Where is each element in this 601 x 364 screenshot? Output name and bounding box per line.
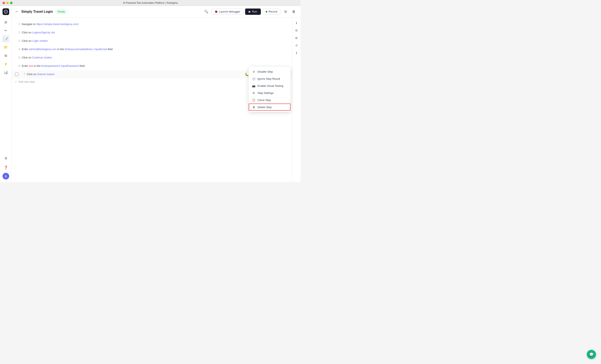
launch-debugger-button[interactable]: 🐞 Launch debugger xyxy=(211,9,243,15)
test-icon: 📝 xyxy=(4,37,8,41)
menu-item-delete[interactable]: 🗑 Delete Step xyxy=(249,104,290,111)
clone-step-icon: 📋 xyxy=(252,98,255,102)
step-content: Click on LoginorSignUp::div xyxy=(22,30,289,35)
step-number: 7 xyxy=(20,73,25,76)
search-icon: 🔍 xyxy=(204,10,208,14)
step-content: Click on Continue::button xyxy=(22,56,289,60)
close-button[interactable] xyxy=(2,2,5,4)
table-row: 4 Enter admin@testsigma.com in the Enter… xyxy=(12,45,292,53)
delete-step-label: Delete Step xyxy=(258,106,272,109)
menu-item-visual[interactable]: 📷 Enable Visual Testing xyxy=(249,82,290,89)
history-icon-btn[interactable]: ↺ xyxy=(294,43,300,49)
sidebar-logo[interactable] xyxy=(2,8,9,15)
header: ← Simply Travel Login Ready 🔍 🐞 Launch d… xyxy=(12,6,300,18)
bug-icon: 🐛 xyxy=(245,72,249,76)
sidebar-item-dashboard[interactable]: ⊞ xyxy=(2,18,10,26)
logo-icon xyxy=(4,10,8,14)
avatar[interactable]: S xyxy=(2,173,9,179)
disable-step-icon: ⊘ xyxy=(252,70,255,73)
sidebar-item-edit[interactable]: ✏ xyxy=(2,27,10,34)
info-icon-btn[interactable]: ℹ xyxy=(294,20,300,26)
search-button[interactable]: 🔍 xyxy=(203,8,210,15)
menu-item-ignore[interactable]: ⬜ Ignore Step Result xyxy=(249,75,290,82)
visual-testing-icon: 📷 xyxy=(252,84,255,88)
step-number: 2 xyxy=(15,31,20,34)
window-title: AI Powered Test Automation Platform | Te… xyxy=(123,1,178,4)
sidebar-item-folder[interactable]: 📁 xyxy=(2,43,10,51)
step-checkbox[interactable] xyxy=(15,73,18,76)
ignore-result-icon: ⬜ xyxy=(252,77,255,80)
step-content: Navigate to https://simply-travel.testsi… xyxy=(22,22,289,26)
edit-icon: ✏ xyxy=(4,29,7,33)
sidebar-item-apps[interactable]: ⊞ xyxy=(2,52,10,59)
help-icon-btn[interactable]: ❓ xyxy=(2,164,10,171)
dashboard-icon: ⊞ xyxy=(4,20,7,24)
record-button[interactable]: Record xyxy=(262,9,280,15)
menu-item-settings[interactable]: ⚙ Step Settings xyxy=(249,89,290,97)
disable-step-label: Disable Step xyxy=(258,70,273,73)
step-settings-label: Step Settings xyxy=(258,91,274,95)
add-icon: + xyxy=(15,80,17,83)
apps-icon: ⊞ xyxy=(4,54,7,58)
context-menu: ⊘ Disable Step ⬜ Ignore Step Result 📷 En… xyxy=(249,67,290,112)
visual-testing-label: Enable Visual Testing xyxy=(258,84,283,88)
minimize-button[interactable] xyxy=(6,2,9,4)
back-button[interactable]: ← xyxy=(15,10,19,14)
sidebar-item-settings[interactable]: ⚙ xyxy=(2,154,10,162)
copy-icon: ⧉ xyxy=(284,10,287,14)
status-badge: Ready xyxy=(55,10,67,14)
step-number: 5 xyxy=(15,56,20,59)
page-title: Simply Travel Login xyxy=(21,10,53,14)
sidebar-item-reports[interactable]: 📊 xyxy=(2,69,10,76)
menu-item-clone[interactable]: 📋 Clone Step xyxy=(249,97,290,104)
step-number: 3 xyxy=(15,39,20,42)
left-sidebar: ⊞ ✏ 📝 📁 ⊞ ⚡ 📊 ⚙ ❓ S xyxy=(0,6,12,182)
add-step-label: Add new step xyxy=(18,80,35,83)
menu-item-disable[interactable]: ⊘ Disable Step xyxy=(249,68,290,75)
settings2-icon-btn[interactable]: ⚙ xyxy=(294,35,300,41)
step-number: 6 xyxy=(15,65,20,68)
delete-button[interactable]: 🗑 xyxy=(290,8,297,15)
step-content: Enter admin@testsigma.com in the Enteryo… xyxy=(22,47,289,51)
title-bar: AI Powered Test Automation Platform | Te… xyxy=(0,0,300,6)
reports-icon: 📊 xyxy=(4,70,8,74)
table-row: 5 Click on Continue::button xyxy=(12,53,292,62)
step-number: 1 xyxy=(15,23,20,26)
right-sidebar: ℹ ⚙ ⚙ ↺ ℹ xyxy=(292,18,300,182)
run-button[interactable]: ▶ Run xyxy=(245,8,261,15)
step-link[interactable]: https://simply-travel.testsigma.com/ xyxy=(36,22,79,26)
sidebar-bottom: ⚙ ❓ S xyxy=(2,154,10,179)
step-content: Click on Submit::button xyxy=(27,72,243,76)
table-row: 1 Navigate to https://simply-travel.test… xyxy=(12,20,292,28)
traffic-lights xyxy=(2,2,12,4)
analytics-icon: ⚡ xyxy=(4,62,8,66)
step-settings-icon: ⚙ xyxy=(252,91,255,95)
record-indicator xyxy=(266,11,267,12)
delete-icon: 🗑 xyxy=(292,10,295,14)
header-actions: 🔍 🐞 Launch debugger ▶ Run Record ⧉ xyxy=(203,8,297,15)
step-number: 4 xyxy=(15,48,20,51)
clone-step-label: Clone Step xyxy=(258,98,271,102)
step-content: Enter test in the Enterpassword::inputPa… xyxy=(22,64,289,68)
folder-icon: 📁 xyxy=(4,45,8,49)
delete-step-icon: 🗑 xyxy=(252,105,255,109)
maximize-button[interactable] xyxy=(10,2,12,4)
sidebar-item-analytics[interactable]: ⚡ xyxy=(2,60,10,68)
step-content: Click on Login::button xyxy=(22,39,289,43)
info2-icon-btn[interactable]: ℹ xyxy=(294,50,300,56)
sidebar-item-test[interactable]: 📝 xyxy=(2,35,10,43)
table-row: 3 Click on Login::button xyxy=(12,37,292,45)
settings-icon-btn[interactable]: ⚙ xyxy=(294,28,300,33)
settings-icon: ⚙ xyxy=(4,156,7,160)
run-icon: ▶ xyxy=(249,10,251,13)
ignore-result-label: Ignore Step Result xyxy=(258,77,280,80)
copy-button[interactable]: ⧉ xyxy=(282,8,289,15)
table-row: 2 Click on LoginorSignUp::div xyxy=(12,28,292,37)
help-icon: ❓ xyxy=(4,166,8,169)
debugger-icon: 🐞 xyxy=(214,10,218,13)
